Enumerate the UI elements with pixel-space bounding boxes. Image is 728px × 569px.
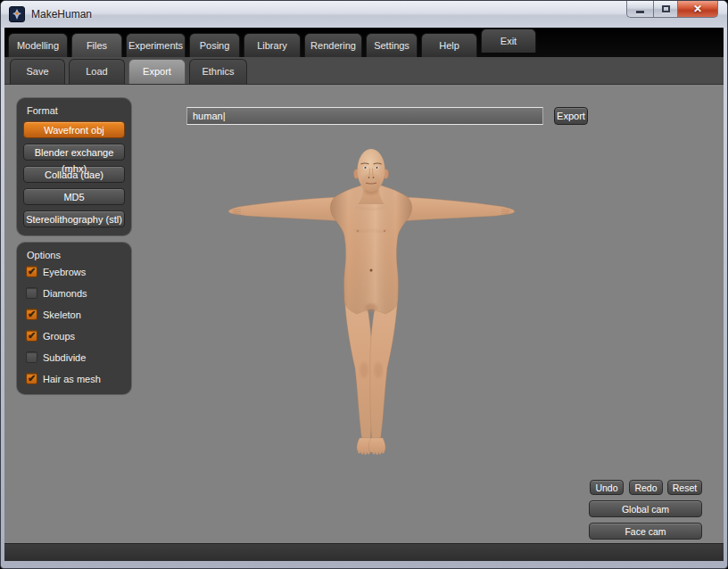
options-panel: Options ✔ Eyebrows Diamonds ✔ Skeleton ✔… bbox=[17, 243, 131, 394]
global-cam-button[interactable]: Global cam bbox=[589, 500, 702, 517]
tab-modelling[interactable]: Modelling bbox=[8, 33, 68, 57]
checkbox-groups-box[interactable]: ✔ bbox=[26, 330, 37, 342]
checkbox-diamonds[interactable]: Diamonds bbox=[26, 287, 125, 299]
viewport-3d[interactable]: Format Wavefront obj Blender exchange (m… bbox=[4, 85, 724, 543]
checkbox-subdivide[interactable]: Subdivide bbox=[26, 351, 125, 363]
tab-experiments[interactable]: Experiments bbox=[126, 33, 186, 57]
window-content: Modelling Files Experiments Posing Libra… bbox=[4, 28, 724, 561]
checkbox-eyebrows-box[interactable]: ✔ bbox=[26, 266, 37, 277]
reset-button[interactable]: Reset bbox=[667, 480, 702, 495]
checkbox-eyebrows-label: Eyebrows bbox=[43, 267, 86, 277]
tab-exit[interactable]: Exit bbox=[481, 29, 536, 53]
makehuman-window: MakeHuman ✕ Modelling Files Experiments … bbox=[0, 0, 728, 569]
tab-settings[interactable]: Settings bbox=[366, 33, 418, 57]
tab-rendering[interactable]: Rendering bbox=[304, 33, 362, 57]
checkbox-hair-as-mesh-label: Hair as mesh bbox=[43, 374, 101, 384]
format-wavefront-obj[interactable]: Wavefront obj bbox=[23, 121, 125, 138]
tab-load[interactable]: Load bbox=[69, 59, 125, 84]
checkbox-eyebrows[interactable]: ✔ Eyebrows bbox=[26, 266, 125, 277]
checkbox-subdivide-box[interactable] bbox=[26, 351, 37, 363]
tab-files[interactable]: Files bbox=[71, 33, 122, 57]
window-title: MakeHuman bbox=[31, 8, 92, 21]
app-icon bbox=[9, 6, 25, 22]
checkbox-hair-as-mesh[interactable]: ✔ Hair as mesh bbox=[26, 373, 125, 384]
minimize-button[interactable] bbox=[626, 1, 653, 18]
checkbox-skeleton-box[interactable]: ✔ bbox=[26, 309, 37, 320]
checkbox-groups[interactable]: ✔ Groups bbox=[26, 330, 125, 342]
face-cam-button[interactable]: Face cam bbox=[589, 523, 702, 540]
format-md5[interactable]: MD5 bbox=[23, 188, 125, 205]
tab-posing[interactable]: Posing bbox=[189, 33, 240, 57]
undo-button[interactable]: Undo bbox=[590, 480, 624, 495]
format-blender-mhx[interactable]: Blender exchange (mhx) bbox=[23, 144, 125, 161]
export-filename-input[interactable] bbox=[186, 107, 543, 125]
minimize-icon bbox=[636, 11, 644, 13]
main-menu-bar: Modelling Files Experiments Posing Libra… bbox=[4, 28, 724, 57]
maximize-icon bbox=[662, 5, 670, 12]
status-bar bbox=[4, 543, 724, 561]
files-sub-tab-bar: Save Load Export Ethnics bbox=[4, 57, 724, 85]
checkbox-skeleton[interactable]: ✔ Skeleton bbox=[26, 309, 125, 320]
tab-save[interactable]: Save bbox=[10, 59, 65, 84]
format-panel-title: Format bbox=[27, 105, 125, 116]
window-controls: ✕ bbox=[626, 1, 718, 18]
tab-help[interactable]: Help bbox=[421, 33, 477, 57]
checkbox-hair-as-mesh-box[interactable]: ✔ bbox=[26, 373, 37, 384]
close-icon: ✕ bbox=[693, 3, 702, 15]
redo-button[interactable]: Redo bbox=[629, 480, 663, 495]
options-panel-title: Options bbox=[27, 250, 125, 260]
format-stereolithography-stl[interactable]: Stereolithography (stl) bbox=[23, 210, 125, 227]
tab-ethnics[interactable]: Ethnics bbox=[189, 59, 247, 84]
check-icon: ✔ bbox=[28, 374, 36, 383]
checkbox-diamonds-label: Diamonds bbox=[43, 288, 87, 299]
title-bar[interactable]: MakeHuman ✕ bbox=[1, 1, 727, 28]
check-icon: ✔ bbox=[28, 309, 36, 319]
check-icon: ✔ bbox=[28, 331, 36, 341]
tab-export[interactable]: Export bbox=[128, 59, 186, 84]
checkbox-subdivide-label: Subdivide bbox=[43, 352, 86, 363]
format-panel: Format Wavefront obj Blender exchange (m… bbox=[17, 98, 131, 235]
close-button[interactable]: ✕ bbox=[678, 1, 718, 18]
checkbox-groups-label: Groups bbox=[43, 331, 75, 342]
tab-library[interactable]: Library bbox=[244, 33, 301, 57]
maximize-button[interactable] bbox=[653, 1, 678, 18]
export-button[interactable]: Export bbox=[554, 107, 588, 125]
checkbox-diamonds-box[interactable] bbox=[26, 287, 37, 299]
checkbox-skeleton-label: Skeleton bbox=[43, 309, 81, 320]
format-collada-dae[interactable]: Collada (dae) bbox=[23, 166, 125, 183]
check-icon: ✔ bbox=[28, 267, 36, 276]
